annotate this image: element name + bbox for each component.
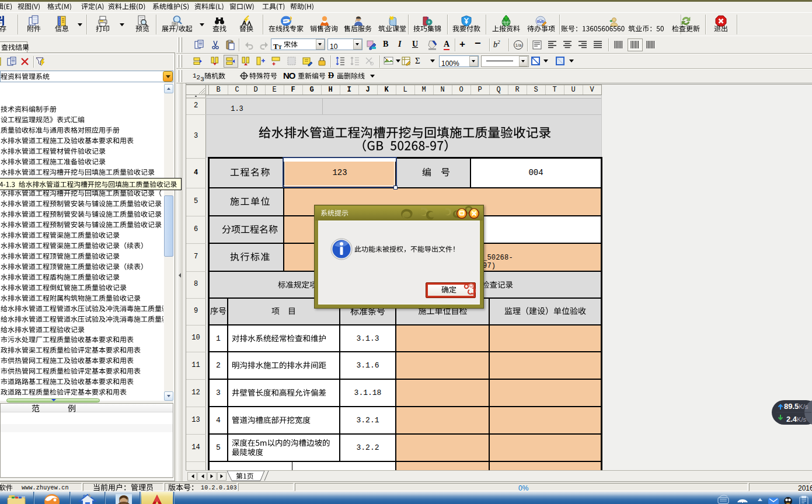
svg-text:1/a: 1/a	[515, 43, 522, 48]
svg-text:DVD: DVD	[537, 20, 545, 23]
